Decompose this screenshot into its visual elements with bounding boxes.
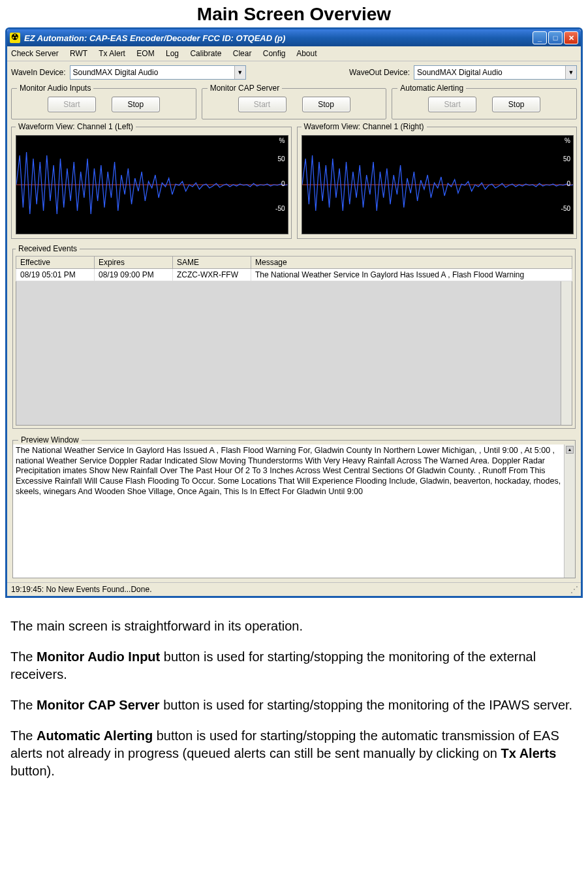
tick-m50: -50 bbox=[561, 205, 570, 212]
monitor-cap-group: Monitor CAP Server Start Stop bbox=[202, 84, 387, 119]
maximize-button[interactable]: □ bbox=[548, 31, 563, 44]
monitor-audio-legend: Monitor Audio Inputs bbox=[17, 84, 93, 93]
auto-stop-button[interactable]: Stop bbox=[492, 97, 540, 112]
auto-start-button[interactable]: Start bbox=[428, 97, 476, 112]
preview-content: The National Weather Service In Gaylord … bbox=[16, 446, 561, 496]
page-heading: Main Screen Overview bbox=[0, 4, 588, 25]
dropdown-arrow-icon: ▼ bbox=[565, 66, 576, 79]
resize-grip-icon[interactable]: ⋰ bbox=[570, 585, 577, 594]
cell-effective: 08/19 05:01 PM bbox=[16, 269, 95, 281]
cell-same: ZCZC-WXR-FFW bbox=[173, 269, 251, 281]
automatic-alerting-legend: Automatic Alerting bbox=[397, 84, 466, 93]
table-row[interactable]: 08/19 05:01 PM 08/19 09:00 PM ZCZC-WXR-F… bbox=[16, 269, 572, 281]
tick-zero: 0 bbox=[281, 180, 285, 187]
events-empty-area bbox=[16, 281, 572, 426]
table-header-row: Effective Expires SAME Message bbox=[16, 257, 572, 269]
waveform-right: % 50 0 -50 bbox=[302, 135, 574, 234]
waveout-label: WaveOut Device: bbox=[349, 68, 410, 77]
waveform-left-group: Waveform View: Channel 1 (Left) % 50 0 -… bbox=[11, 122, 292, 239]
scroll-up-icon[interactable]: ▴ bbox=[566, 446, 574, 454]
menu-eom[interactable]: EOM bbox=[136, 49, 154, 58]
app-window: EZ Automation: CAP-EAS Encoder/Decoder F… bbox=[5, 27, 583, 598]
waveform-right-group: Waveform View: Channel 1 (Right) % 50 0 … bbox=[297, 122, 578, 239]
dropdown-arrow-icon: ▼ bbox=[234, 66, 245, 79]
menu-rwt[interactable]: RWT bbox=[70, 49, 87, 58]
waveform-left-legend: Waveform View: Channel 1 (Left) bbox=[16, 122, 136, 131]
audio-start-button[interactable]: Start bbox=[48, 97, 96, 112]
col-message[interactable]: Message bbox=[251, 257, 572, 269]
para-4: The Automatic Alerting button is used fo… bbox=[10, 727, 578, 780]
window-title: EZ Automation: CAP-EAS Encoder/Decoder F… bbox=[24, 33, 285, 43]
col-same[interactable]: SAME bbox=[173, 257, 251, 269]
cell-message: The National Weather Service In Gaylord … bbox=[251, 269, 572, 281]
minimize-button[interactable]: _ bbox=[533, 31, 547, 44]
automatic-alerting-group: Automatic Alerting Start Stop bbox=[392, 84, 577, 119]
waveout-value: SoundMAX Digital Audio bbox=[417, 68, 503, 77]
events-table: Effective Expires SAME Message 08/19 05:… bbox=[16, 256, 572, 281]
tick-pct: % bbox=[565, 137, 570, 144]
monitor-audio-group: Monitor Audio Inputs Start Stop bbox=[11, 84, 196, 119]
wavein-select[interactable]: SoundMAX Digital Audio ▼ bbox=[70, 65, 246, 80]
col-effective[interactable]: Effective bbox=[16, 257, 95, 269]
received-events-legend: Received Events bbox=[16, 244, 80, 253]
app-icon bbox=[10, 33, 20, 43]
waveout-select[interactable]: SoundMAX Digital Audio ▼ bbox=[414, 65, 577, 80]
preview-window-group: Preview Window The National Weather Serv… bbox=[12, 435, 576, 578]
tick-zero: 0 bbox=[566, 180, 570, 187]
menu-bar: Check Server RWT Tx Alert EOM Log Calibr… bbox=[7, 46, 581, 61]
para-1: The main screen is straightforward in it… bbox=[10, 617, 578, 635]
status-bar: 19:19:45: No New Events Found...Done. ⋰ bbox=[7, 582, 581, 596]
menu-calibrate[interactable]: Calibrate bbox=[190, 49, 221, 58]
wavein-label: WaveIn Device: bbox=[11, 68, 66, 77]
description-text: The main screen is straightforward in it… bbox=[10, 617, 578, 780]
scrollbar[interactable]: ▴ bbox=[564, 444, 575, 578]
wavein-value: SoundMAX Digital Audio bbox=[73, 68, 159, 77]
received-events-group: Received Events Effective Expires SAME M… bbox=[12, 244, 576, 429]
waveform-left: % 50 0 -50 bbox=[16, 135, 288, 234]
menu-check-server[interactable]: Check Server bbox=[11, 49, 59, 58]
para-2: The Monitor Audio Input button is used f… bbox=[10, 648, 578, 683]
waveform-right-legend: Waveform View: Channel 1 (Right) bbox=[302, 122, 427, 131]
audio-stop-button[interactable]: Stop bbox=[112, 97, 160, 112]
preview-legend: Preview Window bbox=[18, 435, 82, 444]
menu-log[interactable]: Log bbox=[166, 49, 179, 58]
cap-stop-button[interactable]: Stop bbox=[302, 97, 350, 112]
cell-expires: 08/19 09:00 PM bbox=[95, 269, 173, 281]
tick-pct: % bbox=[279, 137, 285, 144]
close-button[interactable]: ✕ bbox=[564, 31, 578, 44]
col-expires[interactable]: Expires bbox=[95, 257, 173, 269]
monitor-cap-legend: Monitor CAP Server bbox=[208, 84, 282, 93]
menu-clear[interactable]: Clear bbox=[233, 49, 252, 58]
menu-config[interactable]: Config bbox=[263, 49, 286, 58]
tick-p50: 50 bbox=[277, 155, 285, 163]
menu-tx-alert[interactable]: Tx Alert bbox=[99, 49, 125, 58]
titlebar[interactable]: EZ Automation: CAP-EAS Encoder/Decoder F… bbox=[7, 29, 581, 46]
tick-m50: -50 bbox=[275, 205, 285, 212]
cap-start-button[interactable]: Start bbox=[238, 97, 286, 112]
status-text: 19:19:45: No New Events Found...Done. bbox=[11, 585, 151, 594]
menu-about[interactable]: About bbox=[296, 49, 317, 58]
tick-p50: 50 bbox=[563, 155, 570, 163]
preview-textarea[interactable]: The National Weather Service In Gaylord … bbox=[13, 444, 575, 578]
para-3: The Monitor CAP Server button is used fo… bbox=[10, 696, 578, 714]
